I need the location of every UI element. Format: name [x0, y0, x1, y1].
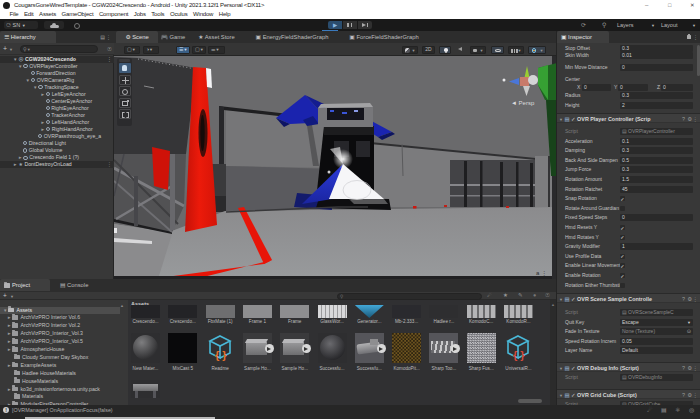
- svg-text:a ⋮: a ⋮: [536, 270, 547, 276]
- svg-text:{}: {}: [513, 349, 528, 361]
- svg-text:◄ Persp: ◄ Persp: [511, 100, 535, 106]
- svg-text:{}: {}: [215, 349, 230, 361]
